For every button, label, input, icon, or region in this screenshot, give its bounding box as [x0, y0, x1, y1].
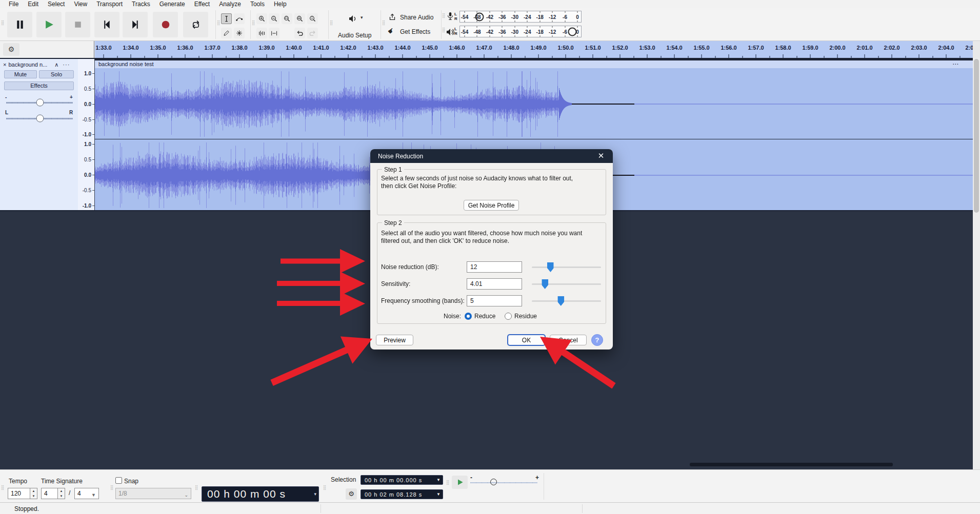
param-input-2[interactable]: 5: [467, 295, 522, 306]
envelope-tool-button[interactable]: [234, 13, 245, 24]
track-title[interactable]: background n...: [8, 61, 47, 68]
snap-checkbox[interactable]: [115, 477, 122, 484]
ok-button[interactable]: OK: [508, 335, 545, 345]
skip-to-start-button[interactable]: [94, 12, 119, 37]
record-button[interactable]: [153, 12, 178, 37]
ts-upper-input[interactable]: 4: [41, 488, 58, 499]
vertical-scrollbar-thumb[interactable]: [974, 59, 979, 213]
dialog-close-icon[interactable]: ✕: [593, 149, 609, 163]
zoom-project-tool-button[interactable]: [294, 13, 305, 24]
effects-button[interactable]: Effects: [4, 81, 74, 90]
multi-tool-button[interactable]: [234, 28, 245, 38]
menu-item-tracks[interactable]: Tracks: [127, 0, 155, 8]
menu-item-view[interactable]: View: [69, 0, 92, 8]
recording-volume-slider[interactable]: [475, 12, 484, 21]
speed-slider-thumb[interactable]: [490, 479, 497, 485]
zoom-selection-tool-button[interactable]: [282, 13, 292, 24]
help-button[interactable]: ?: [591, 334, 603, 346]
recording-meter[interactable]: -54-48-42-36-30-24-18-12-60: [459, 11, 582, 23]
pan-slider-thumb[interactable]: [36, 115, 44, 122]
time-display[interactable]: 00 h 00 m 00 s ▾: [202, 486, 319, 502]
clip-menu-icon[interactable]: ⋯: [952, 60, 959, 68]
cancel-button[interactable]: Cancel: [550, 335, 587, 345]
menu-item-help[interactable]: Help: [269, 0, 291, 8]
param-slider-thumb-0[interactable]: [547, 262, 554, 272]
param-input-1[interactable]: 4.01: [467, 278, 522, 290]
pause-button[interactable]: [7, 12, 32, 37]
radio-label-reduce[interactable]: Reduce: [474, 313, 495, 320]
menu-item-transport[interactable]: Transport: [92, 0, 127, 8]
param-slider-1[interactable]: [532, 279, 601, 289]
param-slider-thumb-1[interactable]: [542, 279, 548, 289]
menu-item-generate[interactable]: Generate: [155, 0, 190, 8]
menu-item-analyze[interactable]: Analyze: [214, 0, 246, 8]
grip-transport[interactable]: ⣿: [1, 20, 4, 25]
playback-volume-slider[interactable]: [568, 27, 577, 36]
grip-time-signature[interactable]: ⣿: [1, 485, 4, 489]
track-menu-icon[interactable]: ···: [63, 61, 70, 68]
selection-gear-icon[interactable]: ⚙: [346, 488, 357, 500]
preview-button[interactable]: Preview: [376, 335, 413, 345]
horizontal-scrollbar-thumb[interactable]: [690, 463, 893, 466]
mute-button[interactable]: Mute: [4, 70, 37, 78]
trim-outside-tool-button[interactable]: [256, 28, 267, 38]
zoom-toggle-tool-button[interactable]: [307, 13, 318, 24]
grip-share[interactable]: ⣿: [382, 20, 385, 25]
track-close-icon[interactable]: ×: [0, 61, 8, 68]
grip-snap[interactable]: ⣿: [110, 485, 113, 489]
param-slider-2[interactable]: [532, 296, 601, 306]
dialog-title-bar[interactable]: Noise Reduction ✕: [370, 149, 613, 163]
redo-tool-button[interactable]: [307, 28, 318, 38]
radio-label-residue[interactable]: Residue: [514, 313, 537, 320]
clip-header[interactable]: background noise test ⋯: [95, 60, 973, 68]
skip-to-end-button[interactable]: [123, 12, 148, 37]
tempo-spinner[interactable]: ▲▼: [30, 488, 37, 499]
speed-slider[interactable]: [470, 482, 537, 483]
vertical-ruler[interactable]: 1.00.50.0-0.5-1.01.00.50.0-0.5-1.0: [78, 59, 95, 210]
gain-slider-thumb[interactable]: [36, 99, 44, 107]
grip-selection[interactable]: ⣿: [323, 485, 326, 489]
snap-select[interactable]: 1/8⌄: [115, 488, 191, 499]
param-slider-thumb-2[interactable]: [557, 296, 564, 306]
playback-speaker-icon[interactable]: [445, 27, 455, 39]
stop-button[interactable]: [65, 12, 90, 37]
param-input-0[interactable]: 12: [467, 261, 522, 273]
grip-tools[interactable]: ⣿: [217, 20, 220, 25]
menu-item-file[interactable]: File: [4, 0, 23, 8]
grip-time[interactable]: ⣿: [195, 485, 198, 489]
get-noise-profile-button[interactable]: Get Noise Profile: [464, 200, 519, 211]
selection-tool-button[interactable]: [221, 13, 232, 24]
playback-meter[interactable]: -54-48-42-36-30-24-18-12-60: [459, 26, 582, 37]
zoom-out-tool-button[interactable]: [269, 13, 279, 24]
grip-audio-setup[interactable]: ⣿: [330, 20, 333, 25]
track-collapse-icon[interactable]: ∧: [54, 61, 58, 68]
grip-recording-meter[interactable]: ⣿: [442, 13, 445, 17]
selection-start-field[interactable]: 00 h 00 m 00.000 s ▼: [361, 475, 443, 485]
loop-button[interactable]: [183, 12, 208, 37]
vertical-scrollbar[interactable]: [973, 58, 980, 469]
menu-item-select[interactable]: Select: [43, 0, 69, 8]
ts-spinner[interactable]: ▲▼: [58, 488, 65, 499]
zoom-in-tool-button[interactable]: [256, 13, 267, 24]
silence-tool-button[interactable]: [269, 28, 279, 38]
solo-button[interactable]: Solo: [39, 70, 74, 78]
play-at-speed-button[interactable]: [452, 476, 468, 489]
grip-play-speed[interactable]: ⣿: [446, 480, 449, 484]
play-button[interactable]: [36, 12, 62, 37]
audio-setup-button[interactable]: ▾ Audio Setup: [334, 11, 378, 38]
get-effects-button[interactable]: ☛ Get Effects: [386, 26, 442, 38]
tempo-input[interactable]: 120: [8, 488, 30, 499]
menu-item-effect[interactable]: Effect: [190, 0, 214, 8]
microphone-icon[interactable]: [446, 11, 455, 24]
grip-edit[interactable]: ⣿: [252, 20, 255, 25]
share-audio-button[interactable]: Share Audio: [386, 11, 442, 24]
radio-residue[interactable]: [505, 313, 512, 320]
menu-item-tools[interactable]: Tools: [246, 0, 269, 8]
menu-item-edit[interactable]: Edit: [23, 0, 43, 8]
ts-lower-select[interactable]: 4▼: [74, 488, 99, 499]
undo-tool-button[interactable]: [294, 28, 305, 38]
param-slider-0[interactable]: [532, 262, 601, 272]
selection-end-field[interactable]: 00 h 02 m 08.128 s ▼: [361, 489, 443, 499]
radio-reduce[interactable]: [465, 313, 472, 320]
timeline-ruler[interactable]: 1:33.01:34.01:35.01:36.01:37.01:38.01:39…: [95, 41, 973, 58]
